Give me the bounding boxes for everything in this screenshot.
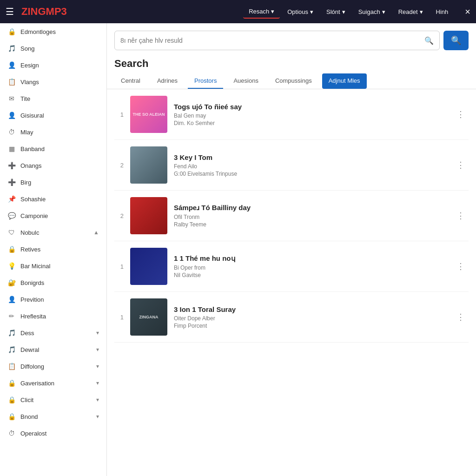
sidebar-item-mlay[interactable]: ⏱Mlay [0, 124, 106, 140]
sidebar-arrow-icon: ▾ [96, 413, 99, 420]
search-input-wrapper: 🔍 [114, 31, 440, 50]
sidebar-item-label: Diffolong [20, 363, 44, 370]
sidebar-item-bar-micinal[interactable]: 💡Bar Micinal [0, 258, 106, 274]
sidebar-item-label: Camponie [20, 212, 48, 219]
menu-icon[interactable]: ☰ [6, 6, 14, 17]
thumb-text: ZINGANA [130, 298, 167, 336]
result-thumbnail [130, 248, 167, 285]
sidebar-item-retives[interactable]: 🔒Retives [0, 241, 106, 258]
sidebar-item-label: Bnond [20, 413, 38, 420]
result-thumbnail: THE SO ALEIAN [130, 96, 167, 133]
sidebar-icon: ✏ [7, 312, 16, 320]
sidebar-icon: ⏱ [7, 430, 16, 437]
nav-slont[interactable]: Slónt ▾ [321, 6, 351, 18]
sidebar-icon: 🔒 [7, 379, 16, 387]
tab-prostors[interactable]: Prostors [188, 73, 223, 89]
sidebar-item-nobulc[interactable]: 🛡Nobulc▲ [0, 224, 106, 241]
search-icon-button[interactable]: 🔍 [424, 36, 434, 45]
sidebar-item-operalost[interactable]: ⏱Operalost [0, 425, 106, 442]
result-menu-button[interactable]: ⋮ [453, 310, 469, 324]
close-button[interactable]: × [465, 7, 470, 17]
sidebar-icon: 📋 [7, 78, 16, 86]
sidebar-item-bonigrds[interactable]: 🔐Bonigrds [0, 274, 106, 291]
sidebar-item-label: Eesign [20, 62, 39, 69]
sidebar-item-hreflesita[interactable]: ✏Hreflesita [0, 308, 106, 324]
sidebar-item-label: Song [20, 45, 34, 52]
nav-readet[interactable]: Readet ▾ [393, 6, 429, 18]
result-title: 3 Ion 1 Toral Suray [174, 305, 446, 313]
sidebar-item-label: Gisisural [20, 112, 44, 119]
sidebar-item-label: Hreflesita [20, 313, 46, 320]
result-number: 2 [114, 162, 124, 169]
sidebar-arrow-icon: ▾ [96, 330, 99, 336]
result-menu-button[interactable]: ⋮ [453, 209, 469, 223]
sidebar-item-sohashie[interactable]: 📌Sohashie [0, 191, 106, 207]
search-input[interactable] [120, 32, 424, 49]
sidebar: 🔒Edmontloges🎵Song👤Eesign📋Vlangs✉Tite👤Gis… [0, 23, 107, 476]
sidebar-item-label: Sohashie [20, 196, 46, 203]
search-submit-button[interactable]: 🔍 [443, 31, 469, 50]
nav-hinh[interactable]: Hinh [430, 6, 454, 18]
sidebar-icon: 👤 [7, 112, 16, 119]
nav-resach[interactable]: Resach ▾ [243, 5, 280, 19]
thumb-text [130, 197, 167, 234]
result-sub2: Fimp Porcent [174, 323, 446, 329]
result-menu-button[interactable]: ⋮ [453, 158, 469, 172]
result-menu-button[interactable]: ⋮ [453, 259, 469, 273]
thumb-text [130, 146, 167, 184]
nav-optious[interactable]: Optious ▾ [282, 6, 319, 18]
sidebar-item-onangs[interactable]: ➕Onangs [0, 157, 106, 174]
tab-compussings[interactable]: Compussings [269, 73, 318, 89]
sidebar-item-label: Bonigrds [20, 279, 44, 286]
sidebar-item-label: Prevition [20, 296, 44, 303]
sidebar-item-vlangs[interactable]: 📋Vlangs [0, 73, 106, 90]
tab-central[interactable]: Central [114, 73, 147, 89]
result-menu-button[interactable]: ⋮ [453, 107, 469, 121]
sidebar-item-prevition[interactable]: 👤Prevition [0, 291, 106, 308]
sidebar-item-label: Mlay [20, 129, 33, 136]
sidebar-item-label: Vlangs [20, 79, 39, 86]
sidebar-icon: ➕ [7, 162, 16, 169]
sidebar-item-clicit[interactable]: 🔒Clicit▾ [0, 391, 106, 408]
results-list: 1 THE SO ALEIAN Togs ujó To ñieé say Bal… [107, 89, 476, 343]
sidebar-icon: 📌 [7, 195, 16, 203]
main-layout: 🔒Edmontloges🎵Song👤Eesign📋Vlangs✉Tite👤Gis… [0, 23, 476, 476]
sidebar-item-diffolong[interactable]: 📋Diffolong▾ [0, 358, 106, 375]
tab-adrines[interactable]: Adrines [151, 73, 184, 89]
sidebar-icon: 👤 [7, 296, 16, 303]
sidebar-icon: ⏱ [7, 128, 16, 136]
sidebar-item-label: Birg [20, 179, 31, 186]
result-item: 1 1 1 Thé me hu noɥ Bi Oper from Nil Gav… [114, 241, 469, 292]
sidebar-icon: 🛡 [7, 229, 16, 236]
sidebar-item-tite[interactable]: ✉Tite [0, 90, 106, 107]
sidebar-item-dewral[interactable]: 🎵Dewral▾ [0, 341, 106, 358]
sidebar-icon: 🔒 [7, 245, 16, 253]
sidebar-item-label: Operalost [20, 430, 46, 437]
sidebar-item-bnond[interactable]: 🔒Bnond▾ [0, 408, 106, 425]
result-sub1: Fend Ailo [174, 163, 446, 170]
result-sub2: Dim. Ko Semher [174, 120, 446, 126]
tab-adjnut-mles[interactable]: Adjnut Mles [322, 73, 367, 89]
header-nav: Resach ▾ Optious ▾ Slónt ▾ Suigach ▾ Rea… [243, 5, 454, 19]
sidebar-item-birg[interactable]: ➕Birg [0, 174, 106, 191]
sidebar-item-banband[interactable]: ▦Banband [0, 140, 106, 157]
result-info: 3 Ion 1 Toral Suray Oiter Dope Alber Fim… [174, 305, 446, 329]
result-info: Sámpeɹ Tó Bailliny day Ofil Tronm Ralby … [174, 204, 446, 228]
sidebar-item-edmontloges[interactable]: 🔒Edmontloges [0, 23, 106, 40]
sidebar-item-label: Gaverisation [20, 380, 54, 387]
tab-auesions[interactable]: Auesions [227, 73, 264, 89]
result-number: 1 [114, 314, 124, 321]
result-thumbnail: ZINGANA [130, 298, 167, 336]
sidebar-item-camponie[interactable]: 💬Camponie [0, 207, 106, 224]
sidebar-item-gaverisation[interactable]: 🔒Gaverisation▾ [0, 375, 106, 391]
sidebar-item-song[interactable]: 🎵Song [0, 40, 106, 57]
sidebar-item-label: Clicit [20, 397, 33, 403]
nav-suigach[interactable]: Suigach ▾ [353, 6, 391, 18]
sidebar-item-eesign[interactable]: 👤Eesign [0, 57, 106, 73]
result-thumbnail [130, 197, 167, 234]
sidebar-item-gisisural[interactable]: 👤Gisisural [0, 107, 106, 124]
sidebar-icon: 💡 [7, 262, 16, 270]
sidebar-arrow-icon: ▾ [96, 397, 99, 403]
result-number: 1 [114, 263, 124, 270]
sidebar-item-dess[interactable]: 🎵Dess▾ [0, 324, 106, 341]
